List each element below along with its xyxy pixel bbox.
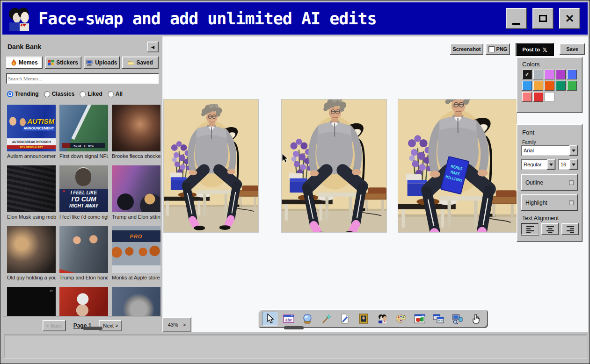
computer-search-icon bbox=[452, 314, 463, 324]
color-swatch[interactable] bbox=[522, 92, 532, 102]
canvas-image-1[interactable] bbox=[163, 99, 259, 233]
color-swatch[interactable] bbox=[533, 70, 543, 79]
tool-windows[interactable] bbox=[431, 312, 446, 326]
meme-item[interactable] bbox=[112, 287, 160, 316]
tool-select[interactable] bbox=[262, 312, 277, 326]
title-bar: Face-swap and add unlimited AI edits ✕ bbox=[2, 2, 588, 35]
meme-caption: Elon Musk using mobile … bbox=[7, 214, 56, 220]
align-center-button[interactable] bbox=[541, 223, 559, 235]
meme-thumbnail: 8h ○ 46 ⇄ 10 ♡ 256 ↑ 17k bbox=[7, 287, 56, 316]
next-button[interactable]: Next > bbox=[99, 320, 122, 331]
crystal-ball-icon bbox=[302, 314, 313, 324]
radio-icon bbox=[80, 91, 86, 97]
meme-caption: First down signal NFL bbox=[59, 153, 108, 159]
meme-caption: Old guy holding a young … bbox=[7, 275, 56, 280]
tab-saved[interactable]: Saved bbox=[122, 57, 159, 69]
chevron-down-icon[interactable] bbox=[547, 159, 555, 170]
filter-trending[interactable]: Trending bbox=[7, 91, 39, 97]
meme-item[interactable]: Elon Musk using mobile … bbox=[7, 165, 56, 226]
highlight-toggle[interactable]: Highlight bbox=[521, 194, 578, 211]
align-right-button[interactable] bbox=[561, 223, 579, 235]
media-window-icon bbox=[414, 314, 425, 323]
meme-item[interactable]: Trump and Elon sitting t… bbox=[112, 165, 160, 226]
tool-magic-wand[interactable] bbox=[319, 312, 334, 326]
tool-pan[interactable] bbox=[468, 312, 483, 326]
tool-palette[interactable] bbox=[393, 312, 408, 326]
maximize-button[interactable] bbox=[532, 8, 554, 29]
color-swatch-selected[interactable]: ✓ bbox=[522, 70, 532, 79]
font-family-select[interactable]: Arial bbox=[521, 145, 578, 156]
font-weight-select[interactable]: Regular bbox=[521, 159, 555, 170]
tool-media[interactable] bbox=[412, 312, 427, 326]
meme-thumbnail bbox=[7, 226, 56, 273]
minimize-button[interactable] bbox=[506, 8, 527, 29]
sidebar-collapse-button[interactable]: ◄ bbox=[147, 42, 159, 52]
meme-item[interactable]: Old guy holding a young … bbox=[7, 226, 56, 287]
filter-radios: Trending Classics Liked All bbox=[7, 91, 123, 97]
color-swatch[interactable] bbox=[567, 70, 577, 79]
meme-item[interactable] bbox=[59, 287, 108, 316]
tool-crystal-ball[interactable] bbox=[300, 312, 315, 326]
editor-canvas[interactable]: MEMES MAKE MILLIONS Screenshot PNG Post … bbox=[162, 36, 588, 332]
meme-caption: Trump and Elon sitting t… bbox=[112, 214, 160, 220]
tab-uploads[interactable]: Uploads bbox=[84, 57, 120, 69]
canvas-image-2[interactable] bbox=[281, 99, 387, 233]
mouse-cursor bbox=[280, 153, 290, 164]
chevron-right-icon: > bbox=[183, 322, 186, 328]
meme-thumbnail: KC 18 9 NYG bbox=[59, 105, 108, 151]
meme-caption: Autism announcement bbox=[7, 153, 56, 159]
meme-item[interactable]: PRO Monks at Apple store bbox=[112, 226, 160, 287]
meme-item[interactable]: “ I FEEL LIKE I'D CUM RIGHT AWAY I feel … bbox=[59, 165, 108, 226]
color-swatch[interactable] bbox=[545, 92, 554, 102]
tool-frame[interactable] bbox=[356, 312, 371, 326]
chevron-down-icon[interactable] bbox=[569, 159, 578, 170]
tool-face-swap[interactable] bbox=[375, 312, 390, 326]
toolbar-handle[interactable] bbox=[284, 326, 304, 329]
back-button[interactable]: < Back bbox=[43, 320, 66, 331]
color-swatch[interactable] bbox=[522, 81, 532, 91]
meme-item[interactable]: Trump and Elon handsha.. bbox=[59, 226, 108, 287]
color-swatch[interactable] bbox=[545, 81, 554, 91]
save-button[interactable]: Save bbox=[560, 43, 585, 55]
filter-classics[interactable]: Classics bbox=[44, 91, 75, 97]
align-left-button[interactable] bbox=[521, 223, 539, 235]
outline-toggle[interactable]: Outline bbox=[521, 174, 578, 191]
meme-item[interactable]: Brooke flecca shocked bbox=[112, 105, 160, 165]
post-to-x-button[interactable]: Post to 𝕏 bbox=[516, 43, 554, 56]
color-swatch[interactable] bbox=[556, 81, 566, 91]
color-swatch[interactable] bbox=[545, 70, 554, 79]
text-abc-icon: abc bbox=[283, 314, 294, 323]
meme-item[interactable]: AUTISM ANNOUNCEMENT AUTISM BREAKTHROUGH … bbox=[7, 105, 56, 165]
tool-text[interactable]: abc bbox=[281, 312, 296, 326]
tab-stickers[interactable]: Stickers bbox=[45, 57, 81, 69]
magic-wand-icon bbox=[321, 314, 331, 324]
document-pen-icon bbox=[340, 314, 350, 324]
close-button[interactable]: ✕ bbox=[559, 8, 580, 29]
color-swatch[interactable] bbox=[533, 92, 543, 102]
color-swatch[interactable] bbox=[567, 81, 577, 91]
maximize-icon bbox=[539, 15, 547, 22]
checkbox-icon bbox=[569, 200, 574, 205]
tab-memes[interactable]: Memes bbox=[6, 57, 43, 69]
meme-item[interactable]: 8h ○ 46 ⇄ 10 ♡ 256 ↑ 17k bbox=[7, 287, 56, 316]
png-toggle-button[interactable]: PNG bbox=[486, 43, 510, 55]
screenshot-button[interactable]: Screenshot bbox=[450, 43, 483, 55]
font-size-select[interactable]: 16 bbox=[558, 159, 578, 170]
tool-draw[interactable] bbox=[337, 312, 352, 326]
sidebar-handle[interactable] bbox=[83, 327, 102, 330]
meme-item[interactable]: KC 18 9 NYG First down signal NFL bbox=[59, 105, 108, 165]
search-input[interactable] bbox=[8, 75, 157, 82]
filter-all[interactable]: All bbox=[108, 91, 123, 97]
x-logo-icon: 𝕏 bbox=[542, 46, 547, 53]
tool-scan[interactable] bbox=[450, 312, 465, 326]
color-swatch[interactable] bbox=[556, 70, 566, 79]
memes-make-millions-book: MEMES MAKE MILLIONS bbox=[437, 156, 471, 199]
meme-thumbnail bbox=[112, 165, 160, 212]
canvas-image-3[interactable]: MEMES MAKE MILLIONS bbox=[398, 99, 517, 233]
color-swatch[interactable] bbox=[533, 81, 543, 91]
meme-caption: Monks at Apple store bbox=[112, 275, 160, 280]
zoom-level-tab[interactable]: 43% > bbox=[162, 317, 191, 332]
meme-caption: Trump and Elon handsha.. bbox=[59, 275, 108, 280]
chevron-down-icon[interactable] bbox=[569, 145, 578, 156]
filter-liked[interactable]: Liked bbox=[80, 91, 102, 97]
